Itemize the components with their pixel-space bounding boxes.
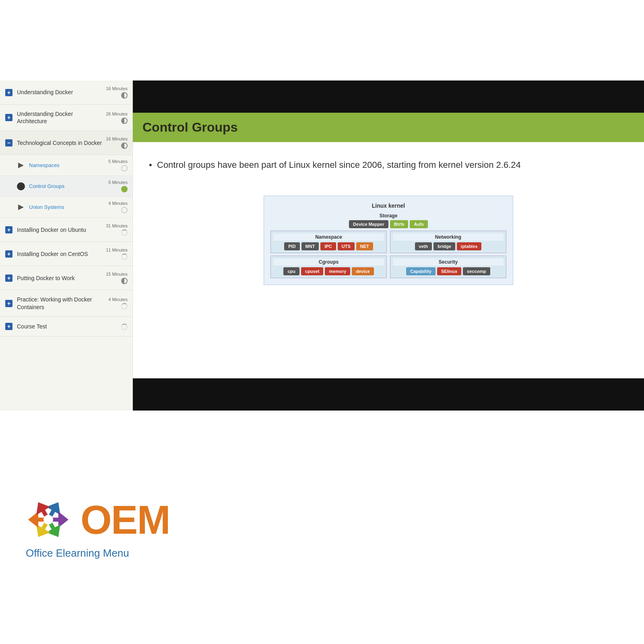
device-mapper-box: Device Mapper (349, 220, 388, 228)
sidebar-label: Installing Docker on Ubuntu (17, 226, 103, 233)
sidebar-item-understanding-docker-architecture[interactable]: + Understanding Docker Architecture 26 M… (0, 105, 132, 131)
cgroups-boxes: cpu cpuset memory device (273, 267, 384, 275)
progress-indicator (121, 303, 128, 310)
progress-indicator (121, 254, 128, 260)
progress-indicator (121, 142, 128, 149)
subitem-label: Control Groups (29, 183, 108, 189)
video-black-top (133, 80, 644, 113)
video-black-bottom (133, 378, 644, 411)
sidebar-label: Putting Docker to Work (17, 275, 103, 282)
sidebar-item-understanding-docker[interactable]: + Understanding Docker 16 Minutes (0, 80, 132, 105)
main-container: + Understanding Docker 16 Minutes + Unde… (0, 80, 644, 411)
progress-indicator (121, 207, 128, 213)
cgroups-section: Cgroups cpu cpuset memory device (270, 256, 387, 278)
minutes-label: 16 Minutes (106, 136, 128, 141)
device-box: device (352, 267, 374, 275)
item-meta (121, 322, 128, 330)
slide-body: Control groups have been part of Linux k… (149, 154, 628, 184)
subitem-icon (17, 182, 25, 190)
minutes-label: 11 Minutes (106, 248, 128, 252)
plus-icon: + (5, 89, 12, 96)
security-boxes: Capability SElinux seccomp (393, 267, 504, 275)
subitem-icon (17, 203, 25, 211)
bottom-oem-area: OEM Office Elearning Menu (0, 411, 644, 644)
security-label: Security (393, 258, 504, 266)
cgroups-security-row: Cgroups cpu cpuset memory device Securit… (270, 256, 506, 278)
iptables-box: iptables (457, 242, 482, 250)
item-meta: 4 Minutes (108, 297, 128, 310)
sidebar-subitem-union-systems[interactable]: Union Systems 4 Minutes (0, 197, 132, 218)
btrfs-box: Btrfs (390, 220, 409, 228)
slide-header: Control Groups (133, 113, 644, 142)
progress-indicator (121, 118, 128, 124)
subitem-label: Namespaces (29, 162, 108, 168)
diagram-container: Linux kernel Storage Device Mapper Btrfs… (149, 196, 628, 285)
expand-icon: + (5, 274, 13, 282)
progress-indicator (121, 92, 128, 99)
sidebar: + Understanding Docker 16 Minutes + Unde… (0, 80, 133, 411)
sidebar-item-putting-docker[interactable]: + Putting Docker to Work 15 Minutes (0, 266, 132, 290)
plus-icon: + (5, 226, 12, 233)
expand-icon: + (5, 322, 13, 330)
plus-icon: + (5, 114, 12, 121)
oem-arrows-icon (24, 495, 72, 544)
sidebar-item-technological-concepts[interactable]: − Technological Concepts in Docker 16 Mi… (0, 131, 132, 155)
subitem-meta: 4 Minutes (108, 201, 128, 213)
expand-icon: + (5, 250, 13, 258)
security-section: Security Capability SElinux seccomp (390, 256, 506, 278)
subitem-label: Union Systems (29, 204, 108, 210)
aufs-box: Aufs (410, 220, 427, 228)
networking-boxes: veth bridge iptables (393, 242, 504, 250)
slide-content: Control Groups Control groups have been … (133, 113, 644, 378)
subitem-meta: 5 Minutes (108, 180, 128, 192)
linux-kernel-diagram: Linux kernel Storage Device Mapper Btrfs… (264, 196, 513, 285)
item-meta: 15 Minutes (106, 272, 128, 284)
slide-title: Control Groups (142, 120, 634, 135)
plus-icon: + (5, 300, 12, 307)
sidebar-label: Practice: Working with Docker Containers (17, 296, 105, 310)
item-meta: 11 Minutes (106, 248, 128, 260)
veth-box: veth (415, 242, 432, 250)
plus-icon: + (5, 275, 12, 282)
progress-indicator (121, 229, 128, 236)
oem-brand-text: OEM (80, 500, 170, 540)
namespace-section: Namespace PID MNT IPC UTS NET (270, 231, 387, 253)
progress-indicator (121, 186, 128, 192)
sidebar-subitem-control-groups[interactable]: Control Groups 5 Minutes (0, 176, 132, 197)
expand-icon: + (5, 89, 13, 97)
sidebar-item-course-test[interactable]: + Course Test (0, 317, 132, 336)
sidebar-item-installing-centos[interactable]: + Installing Docker on CentOS 11 Minutes (0, 242, 132, 266)
cpu-box: cpu (283, 267, 299, 275)
item-meta: 31 Minutes (106, 223, 128, 236)
minutes-label: 31 Minutes (106, 223, 128, 228)
oem-subtitle-text: Office Elearning Menu (26, 547, 129, 559)
networking-label: Networking (393, 233, 504, 241)
sidebar-item-installing-ubuntu[interactable]: + Installing Docker on Ubuntu 31 Minutes (0, 218, 132, 242)
minutes-label: 4 Minutes (108, 201, 128, 206)
cpuset-box: cpuset (301, 267, 323, 275)
minutes-label: 5 Minutes (108, 180, 128, 185)
memory-box: memory (325, 267, 350, 275)
sidebar-label: Course Test (17, 323, 118, 330)
sidebar-subitem-namespaces[interactable]: Namespaces 5 Minutes (0, 155, 132, 176)
storage-label: Storage (270, 212, 506, 219)
expand-icon: + (5, 299, 13, 308)
minutes-label: 15 Minutes (106, 272, 128, 277)
minutes-label: 16 Minutes (106, 86, 128, 91)
sidebar-label: Technological Concepts in Docker (17, 139, 103, 147)
content-area: Control Groups Control groups have been … (133, 80, 644, 411)
minutes-label: 26 Minutes (106, 111, 128, 116)
expand-icon: + (5, 114, 13, 122)
capability-box: Capability (406, 267, 436, 275)
item-meta: 16 Minutes (106, 136, 128, 149)
progress-indicator (121, 324, 128, 330)
progress-indicator (121, 165, 128, 171)
sidebar-item-practice[interactable]: + Practice: Working with Docker Containe… (0, 290, 132, 316)
playing-indicator-icon (17, 182, 25, 190)
minus-icon: − (5, 139, 12, 147)
net-box: NET (356, 242, 373, 250)
progress-indicator (121, 278, 128, 284)
bridge-box: bridge (433, 242, 455, 250)
mnt-box: MNT (301, 242, 319, 250)
pid-box: PID (284, 242, 299, 250)
